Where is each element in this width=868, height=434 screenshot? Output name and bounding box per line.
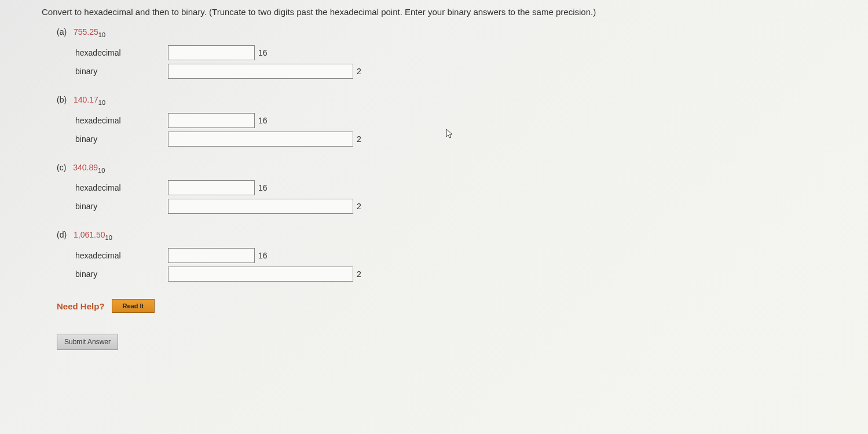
part-b: (b) 140.1710 hexadecimal 16 binary 2 (42, 95, 868, 147)
part-d-header: (d) 1,061.5010 (42, 230, 868, 241)
part-d-base: 10 (105, 234, 112, 241)
part-c-value: 340.89 (73, 163, 98, 172)
instruction-text: Convert to hexadecimal and then to binar… (42, 7, 868, 17)
part-d-label: (d) (57, 230, 67, 239)
part-d-bin-row: binary 2 (42, 267, 868, 282)
need-help-label: Need Help? (57, 301, 105, 311)
part-c-base: 10 (98, 166, 105, 173)
part-d: (d) 1,061.5010 hexadecimal 16 binary 2 (42, 230, 868, 282)
part-d-hex-input[interactable] (168, 248, 255, 263)
base16-suffix: 16 (258, 116, 268, 125)
hex-label: hexadecimal (75, 251, 168, 260)
part-d-bin-input[interactable] (168, 267, 353, 282)
part-c-hex-input[interactable] (168, 180, 255, 195)
read-it-button[interactable]: Read It (112, 299, 155, 313)
part-b-bin-row: binary 2 (42, 132, 868, 147)
hex-label: hexadecimal (75, 183, 168, 192)
part-b-header: (b) 140.1710 (42, 95, 868, 106)
part-d-hex-row: hexadecimal 16 (42, 248, 868, 263)
part-b-bin-input[interactable] (168, 132, 353, 147)
base2-suffix: 2 (357, 269, 361, 279)
part-a-bin-input[interactable] (168, 64, 353, 79)
part-b-label: (b) (57, 95, 67, 104)
part-b-hex-row: hexadecimal 16 (42, 113, 868, 128)
hex-label: hexadecimal (75, 48, 168, 57)
part-c-bin-row: binary 2 (42, 199, 868, 214)
part-b-base: 10 (98, 99, 105, 106)
submit-row: Submit Answer (42, 334, 868, 350)
part-c-hex-row: hexadecimal 16 (42, 180, 868, 195)
bin-label: binary (75, 134, 168, 144)
bin-label: binary (75, 67, 168, 76)
part-c-label: (c) (57, 163, 66, 172)
part-a-value: 755.25 (74, 27, 98, 37)
base16-suffix: 16 (258, 251, 268, 260)
bin-label: binary (75, 202, 168, 211)
base16-suffix: 16 (258, 183, 268, 192)
base2-suffix: 2 (357, 202, 361, 211)
base16-suffix: 16 (258, 48, 268, 57)
part-a-bin-row: binary 2 (42, 64, 868, 79)
part-a: (a) 755.2510 hexadecimal 16 binary 2 (42, 27, 868, 79)
part-b-hex-input[interactable] (168, 113, 255, 128)
part-b-value: 140.17 (74, 95, 98, 104)
part-c-header: (c) 340.8910 (42, 163, 868, 174)
question-content: Convert to hexadecimal and then to binar… (0, 0, 868, 350)
part-a-base: 10 (98, 31, 105, 38)
part-a-label: (a) (57, 27, 67, 37)
hex-label: hexadecimal (75, 116, 168, 125)
need-help-row: Need Help? Read It (42, 299, 868, 313)
part-a-hex-row: hexadecimal 16 (42, 45, 868, 60)
part-d-value: 1,061.50 (74, 230, 105, 239)
part-a-header: (a) 755.2510 (42, 27, 868, 38)
submit-answer-button[interactable]: Submit Answer (57, 334, 118, 350)
part-a-hex-input[interactable] (168, 45, 255, 60)
part-c: (c) 340.8910 hexadecimal 16 binary 2 (42, 163, 868, 214)
base2-suffix: 2 (357, 134, 361, 144)
part-c-bin-input[interactable] (168, 199, 353, 214)
base2-suffix: 2 (357, 67, 361, 76)
bin-label: binary (75, 269, 168, 279)
